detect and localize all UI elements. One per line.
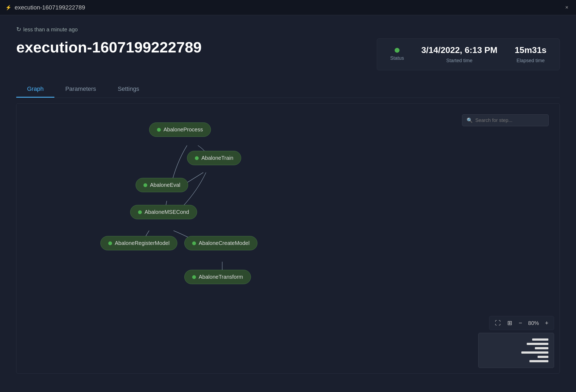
status-item-status: Status: [390, 48, 404, 61]
arrows-svg: true true: [17, 104, 559, 373]
node-dot: [195, 156, 199, 160]
title-bar-text: execution-1607199222789: [15, 4, 560, 11]
title-bar: ⚡ execution-1607199222789 ×: [0, 0, 576, 15]
minimap-bar: [538, 356, 548, 358]
tab-parameters[interactable]: Parameters: [54, 81, 107, 98]
node-label: AbaloneProcess: [163, 127, 203, 133]
minimap: [478, 333, 554, 368]
grid-view-button[interactable]: ⊞: [505, 318, 515, 328]
node-dot: [138, 210, 142, 214]
node-dot: [108, 241, 112, 245]
node-dot: [192, 275, 196, 279]
started-time-label: Started time: [446, 58, 473, 64]
minimap-bar: [529, 360, 548, 362]
node-label: AbaloneCreateModel: [199, 240, 250, 246]
zoom-out-button[interactable]: −: [516, 318, 525, 328]
status-dot: [395, 48, 400, 53]
minimap-bar: [535, 347, 548, 349]
node-abalone-mse-cond[interactable]: AbaloneMSECond: [130, 205, 197, 219]
tab-settings[interactable]: Settings: [107, 81, 150, 98]
node-label: AbaloneTrain: [201, 155, 233, 161]
search-icon: 🔍: [467, 117, 473, 123]
node-abalone-register-model[interactable]: AbaloneRegisterModel: [100, 236, 177, 250]
status-label: Status: [390, 55, 404, 61]
node-label: AbaloneEval: [150, 182, 180, 188]
search-input[interactable]: [475, 118, 544, 123]
node-abalone-transform[interactable]: AbaloneTransform: [184, 270, 251, 284]
node-dot: [192, 241, 196, 245]
search-bar: 🔍: [462, 114, 549, 126]
status-card: Status 3/14/2022, 6:13 PM Started time 1…: [377, 38, 560, 70]
fit-view-button[interactable]: ⛶: [492, 318, 503, 328]
status-value: [395, 48, 400, 53]
node-dot: [143, 183, 147, 187]
node-abalone-eval[interactable]: AbaloneEval: [136, 178, 188, 192]
refresh-icon[interactable]: ↻: [16, 26, 21, 33]
minimap-bars: [521, 338, 548, 362]
zoom-controls: ⛶ ⊞ − 80% +: [489, 316, 554, 330]
elapsed-time-label: Elapsed time: [516, 58, 545, 64]
zoom-in-button[interactable]: +: [542, 318, 551, 328]
node-dot: [157, 128, 161, 132]
started-time-value: 3/14/2022, 6:13 PM: [421, 45, 497, 55]
minimap-bar: [532, 338, 548, 341]
elapsed-time-value: 15m31s: [515, 45, 546, 55]
tab-graph[interactable]: Graph: [16, 81, 54, 98]
refresh-row: ↻ less than a minute ago: [16, 26, 560, 33]
page-title: execution-1607199222789: [16, 38, 202, 56]
close-button[interactable]: ×: [563, 3, 571, 12]
zoom-level: 80%: [526, 320, 541, 326]
node-abalone-create-model[interactable]: AbaloneCreateModel: [184, 236, 257, 250]
node-label: AbaloneRegisterModel: [115, 240, 169, 246]
header-row: execution-1607199222789 Status 3/14/2022…: [16, 38, 560, 70]
tabs: Graph Parameters Settings: [16, 81, 560, 98]
node-label: AbaloneTransform: [199, 274, 243, 280]
graph-area: 🔍 true: [16, 103, 560, 374]
minimap-bar: [521, 351, 548, 354]
status-item-time: 3/14/2022, 6:13 PM Started time: [421, 45, 497, 64]
minimap-bar: [527, 343, 548, 345]
main-content: ↻ less than a minute ago execution-16071…: [0, 15, 576, 384]
node-abalone-train[interactable]: AbaloneTrain: [187, 151, 241, 165]
node-label: AbaloneMSECond: [145, 209, 189, 215]
status-item-elapsed: 15m31s Elapsed time: [515, 45, 546, 64]
execution-icon: ⚡: [5, 5, 11, 11]
refresh-text: less than a minute ago: [23, 26, 78, 33]
node-abalone-process[interactable]: AbaloneProcess: [149, 122, 211, 137]
